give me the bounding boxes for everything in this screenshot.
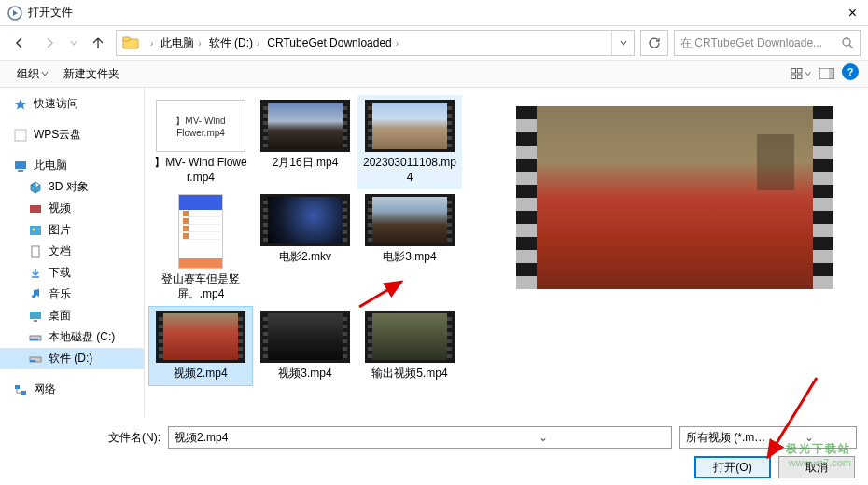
path-seg[interactable]: 软件 (D:)› [207,35,266,51]
nav-bar: › 此电脑› 软件 (D:)› CRTubeGet Downloaded› 在 … [0,26,868,60]
sidebar-item-pictures[interactable]: 图片 [0,219,144,241]
button-label: 打开(O) [713,460,751,476]
sidebar-label: 视频 [49,201,71,216]
svg-rect-11 [15,161,26,169]
path-label[interactable]: 此电脑 [161,35,194,51]
filename-value: 视频2.mp4 [175,430,420,446]
sidebar-item-quick[interactable]: 快速访问 [0,93,144,115]
bottom-bar: 文件名(N): 视频2.mp4 ⌄ 所有视频 (*.mp4;*.avi;*.mp… [0,417,868,485]
sidebar-item-downloads[interactable]: 下载 [0,262,144,284]
file-name: 2月16日.mp4 [273,156,339,171]
file-item[interactable]: 2月16日.mp4 [253,95,357,189]
path-seg-root[interactable]: › [145,38,159,48]
filename-input[interactable]: 视频2.mp4 ⌄ [168,426,672,449]
chevron-down-icon [805,70,811,77]
search-placeholder: 在 CRTubeGet Downloade... [680,35,841,51]
window-title: 打开文件 [28,5,845,21]
path-dropdown[interactable] [611,31,634,55]
chevron-down-icon[interactable]: ⌄ [768,431,850,444]
preview-frame [516,106,833,289]
cube-icon [28,180,43,195]
cancel-button[interactable]: 取消 [778,456,855,478]
file-item[interactable]: 登山赛车但是竖屏。.mp4 [148,189,253,306]
path-seg[interactable]: 此电脑› [159,35,206,51]
preview-pane [481,88,868,417]
sidebar-label: WPS云盘 [34,127,81,143]
address-bar[interactable]: › 此电脑› 软件 (D:)› CRTubeGet Downloaded› [116,30,635,56]
sidebar-label: 软件 (D:) [49,351,92,367]
file-item[interactable]: 视频2.mp4 [148,306,253,386]
open-button[interactable]: 打开(O) [694,456,771,478]
filter-label: 所有视频 (*.mp4;*.avi;*.mpeg;) [686,430,768,446]
file-thumb [260,100,350,152]
file-item[interactable]: 电影2.mkv [253,189,357,306]
main-area: 快速访问 WPS云盘 此电脑 3D 对象 视频 图片 文档 下载 音乐 桌面 本… [0,88,868,417]
music-icon [28,287,43,302]
file-name: 输出视频5.mp4 [371,367,447,381]
file-name: 登山赛车但是竖屏。.mp4 [153,272,248,301]
sidebar-label: 桌面 [49,308,71,324]
file-item[interactable]: 输出视频5.mp4 [357,306,462,386]
sidebar-item-3d[interactable]: 3D 对象 [0,176,144,198]
file-item[interactable]: 电影3.mp4 [357,189,462,306]
sidebar-item-ddrive[interactable]: 软件 (D:) [0,348,144,369]
chevron-right-icon: › [396,38,399,48]
history-dropdown[interactable] [67,31,80,55]
path-seg[interactable]: CRTubeGet Downloaded› [265,36,404,49]
toolbar: 组织 新建文件夹 ? [0,60,868,88]
button-label: 取消 [805,460,828,476]
help-button[interactable]: ? [842,63,859,80]
back-button[interactable] [7,31,32,55]
svg-rect-5 [797,68,802,73]
svg-rect-12 [18,170,23,172]
drive-icon [28,352,43,367]
file-thumb [156,311,245,363]
view-button[interactable] [790,63,812,84]
svg-point-3 [843,38,850,46]
file-thumb [365,311,455,363]
newfolder-button[interactable]: 新建文件夹 [56,62,127,86]
sidebar-label: 此电脑 [34,158,67,173]
chevron-right-icon: › [257,38,259,48]
svg-rect-2 [123,37,130,41]
download-icon [28,266,43,281]
filetype-filter[interactable]: 所有视频 (*.mp4;*.avi;*.mpeg;) ⌄ [679,426,857,449]
sidebar-item-music[interactable]: 音乐 [0,284,144,305]
search-input[interactable]: 在 CRTubeGet Downloade... [674,30,861,56]
sidebar-item-desktop[interactable]: 桌面 [0,305,144,326]
drive-icon [28,330,43,345]
sidebar-item-cdrive[interactable]: 本地磁盘 (C:) [0,326,144,348]
close-button[interactable]: × [845,5,861,21]
path-label[interactable]: CRTubeGet Downloaded [267,36,391,49]
svg-rect-17 [30,312,41,319]
organize-button[interactable]: 组织 [9,62,56,86]
refresh-button[interactable] [640,30,668,56]
sidebar-label: 3D 对象 [49,179,89,195]
sidebar-item-video[interactable]: 视频 [0,198,144,219]
svg-point-15 [33,228,35,230]
svg-rect-20 [30,339,38,340]
up-button[interactable] [86,31,110,55]
content-area: 】MV- Wind Flower.mp4】MV- Wind Flower.mp4… [145,88,868,417]
file-item[interactable]: 202303011108.mp4 [357,95,462,189]
app-icon [7,6,22,21]
sidebar-item-docs[interactable]: 文档 [0,241,144,262]
wps-icon [13,128,28,143]
file-item[interactable]: 视频3.mp4 [253,306,357,386]
path-label[interactable]: 软件 (D:) [209,35,253,51]
filename-label: 文件名(N): [11,430,161,446]
preview-pane-button[interactable] [816,63,838,84]
file-list[interactable]: 】MV- Wind Flower.mp4】MV- Wind Flower.mp4… [145,88,481,417]
search-icon [841,36,854,49]
sidebar: 快速访问 WPS云盘 此电脑 3D 对象 视频 图片 文档 下载 音乐 桌面 本… [0,88,145,417]
sidebar-label: 图片 [49,222,71,238]
chevron-down-icon[interactable]: ⌄ [420,431,665,444]
sidebar-item-wps[interactable]: WPS云盘 [0,124,144,146]
sidebar-item-network[interactable]: 网络 [0,379,144,400]
sidebar-item-thispc[interactable]: 此电脑 [0,155,144,176]
svg-rect-9 [829,68,834,79]
svg-rect-7 [797,75,802,79]
forward-button[interactable] [37,31,62,55]
file-item[interactable]: 】MV- Wind Flower.mp4】MV- Wind Flower.mp4 [148,95,253,189]
file-name: 电影2.mkv [279,250,331,265]
